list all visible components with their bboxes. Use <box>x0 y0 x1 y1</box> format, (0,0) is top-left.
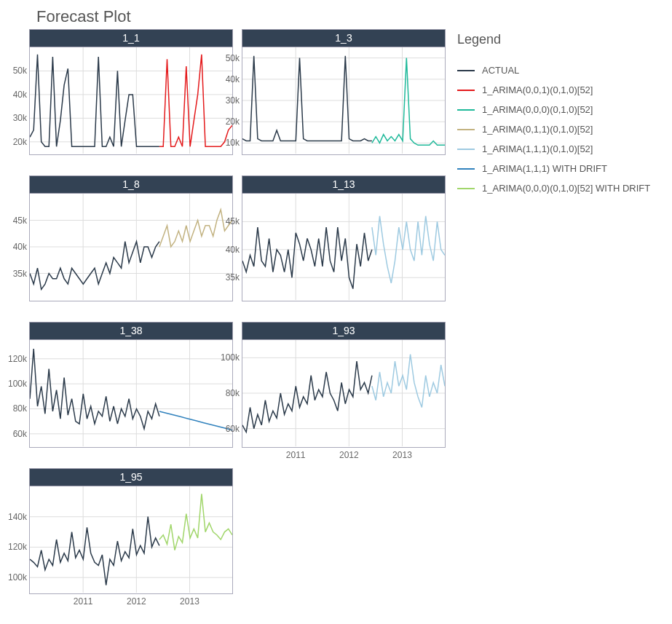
legend-label: 1_ARIMA(0,1,1)(0,1,0)[52] <box>482 124 593 135</box>
panel-body: 35k40k45k <box>242 194 446 301</box>
series-line <box>242 361 372 432</box>
chart-panel: 1_9360k80k100k201120122013 <box>242 322 446 448</box>
y-tick-label: 80k <box>226 388 240 398</box>
y-tick-label: 40k <box>226 74 240 84</box>
panel-title: 1_93 <box>242 322 446 340</box>
forecast-plot-container: Forecast Plot 1_120k30k40k50k1_310k20k30… <box>0 0 672 624</box>
chart-panel: 1_310k20k30k40k50k <box>242 29 446 155</box>
y-tick-label: 20k <box>13 137 27 147</box>
panel-grid: 1_120k30k40k50k1_310k20k30k40k50k1_835k4… <box>29 29 446 594</box>
series-line <box>30 517 159 585</box>
legend-swatch <box>457 109 475 111</box>
y-tick-label: 35k <box>13 269 27 279</box>
series-line <box>30 242 159 290</box>
panel-title: 1_13 <box>242 175 446 194</box>
legend-swatch <box>457 129 475 130</box>
panel-body: 10k20k30k40k50k <box>242 47 446 155</box>
y-tick-label: 100k <box>8 379 27 389</box>
chart-panel: 1_835k40k45k <box>29 175 233 301</box>
legend-label: 1_ARIMA(0,0,0)(0,1,0)[52] WITH DRIFT <box>482 183 650 194</box>
legend-item: 1_ARIMA(0,0,1)(0,1,0)[52] <box>457 84 665 95</box>
panel-title: 1_95 <box>29 468 233 486</box>
legend-label: ACTUAL <box>482 65 519 76</box>
y-tick-label: 45k <box>226 216 240 226</box>
y-tick-label: 40k <box>13 242 27 252</box>
y-tick-label: 35k <box>226 272 240 283</box>
legend-item: 1_ARIMA(1,1,1)(0,1,0)[52] <box>457 143 665 154</box>
chart-panel: 1_1335k40k45k <box>242 175 446 301</box>
panel-body: 60k80k100k201120122013 <box>242 340 446 448</box>
y-tick-label: 120k <box>8 542 27 552</box>
y-tick-label: 140k <box>8 512 27 522</box>
legend-label: 1_ARIMA(0,0,1)(0,1,0)[52] <box>482 84 593 95</box>
y-tick-label: 50k <box>13 66 27 76</box>
series-line <box>159 494 232 550</box>
series-line <box>30 55 159 147</box>
panel-title: 1_3 <box>242 29 446 47</box>
y-tick-label: 30k <box>13 113 27 123</box>
y-tick-label: 80k <box>13 403 27 414</box>
series-line <box>242 227 372 289</box>
x-tick-label: 2013 <box>180 596 199 607</box>
legend-item: ACTUAL <box>457 65 665 76</box>
panel-title: 1_38 <box>29 322 233 340</box>
chart-title: Forecast Plot <box>36 7 665 26</box>
chart-panel: 1_3860k80k100k120k <box>29 322 233 448</box>
x-tick-label: 2012 <box>339 450 359 460</box>
series-line <box>372 355 445 408</box>
y-tick-label: 60k <box>226 424 240 434</box>
y-tick-label: 120k <box>8 354 27 364</box>
y-tick-label: 60k <box>13 429 27 439</box>
legend-swatch <box>457 188 475 189</box>
y-tick-label: 40k <box>226 245 240 255</box>
y-tick-label: 30k <box>226 95 240 106</box>
y-tick-label: 10k <box>226 138 240 148</box>
series-line <box>242 56 372 141</box>
series-line <box>30 349 159 429</box>
legend-swatch <box>457 70 475 71</box>
legend-item: 1_ARIMA(0,0,0)(0,1,0)[52] WITH DRIFT <box>457 183 665 194</box>
legend-label: 1_ARIMA(1,1,1) WITH DRIFT <box>482 163 607 174</box>
panel-body: 20k30k40k50k <box>29 47 233 155</box>
x-tick-label: 2012 <box>127 596 146 607</box>
y-tick-label: 50k <box>226 53 240 63</box>
legend-label: 1_ARIMA(1,1,1)(0,1,0)[52] <box>482 143 593 154</box>
panel-title: 1_8 <box>29 175 233 194</box>
y-tick-label: 100k <box>8 572 27 582</box>
legend-item: 1_ARIMA(0,1,1)(0,1,0)[52] <box>457 124 665 135</box>
series-line <box>372 58 445 146</box>
y-tick-label: 45k <box>13 216 27 226</box>
legend-title: Legend <box>457 32 665 47</box>
y-tick-label: 100k <box>221 352 240 363</box>
panel-body: 35k40k45k <box>29 194 233 301</box>
y-tick-label: 40k <box>13 90 27 100</box>
panel-body: 100k120k140k201120122013 <box>29 486 233 594</box>
x-tick-label: 2011 <box>286 450 306 460</box>
y-tick-label: 20k <box>226 116 240 127</box>
legend-item: 1_ARIMA(0,0,0)(0,1,0)[52] <box>457 104 665 115</box>
x-tick-label: 2011 <box>74 596 93 607</box>
panel-title: 1_1 <box>29 29 233 47</box>
legend-swatch <box>457 149 475 150</box>
legend-swatch <box>457 168 475 170</box>
legend-label: 1_ARIMA(0,0,0)(0,1,0)[52] <box>482 104 593 115</box>
chart-panel: 1_95100k120k140k201120122013 <box>29 468 233 594</box>
x-tick-label: 2013 <box>392 450 412 460</box>
panel-body: 60k80k100k120k <box>29 340 233 448</box>
legend: Legend ACTUAL1_ARIMA(0,0,1)(0,1,0)[52]1_… <box>457 29 665 202</box>
chart-panel: 1_120k30k40k50k <box>29 29 233 155</box>
legend-swatch <box>457 90 475 91</box>
legend-item: 1_ARIMA(1,1,1) WITH DRIFT <box>457 163 665 174</box>
